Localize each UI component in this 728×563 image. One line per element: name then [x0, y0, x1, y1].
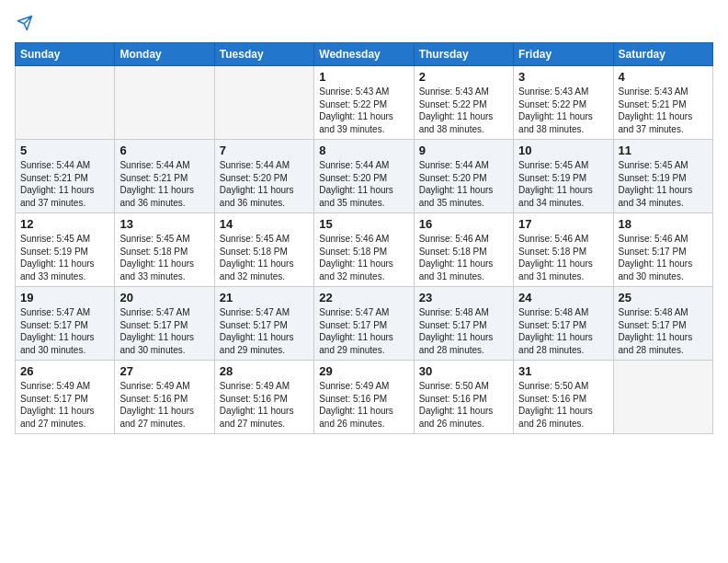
day-number: 27 — [119, 364, 209, 378]
day-number: 25 — [619, 291, 708, 304]
day-number: 19 — [20, 291, 109, 304]
day-info: Sunrise: 5:45 AMSunset: 5:18 PMDaylight:… — [220, 233, 309, 282]
day-number: 2 — [419, 70, 508, 84]
day-header-sunday: Sunday — [16, 43, 115, 66]
calendar-day-cell: 25Sunrise: 5:48 AMSunset: 5:17 PMDayligh… — [613, 287, 712, 361]
day-number: 11 — [619, 144, 708, 157]
calendar-day-cell: 29Sunrise: 5:49 AMSunset: 5:16 PMDayligh… — [314, 361, 414, 434]
day-info: Sunrise: 5:45 AMSunset: 5:18 PMDaylight:… — [119, 233, 209, 282]
logo-general — [15, 15, 33, 35]
day-info: Sunrise: 5:44 AMSunset: 5:21 PMDaylight:… — [119, 159, 209, 209]
day-header-wednesday: Wednesday — [314, 43, 414, 66]
day-info: Sunrise: 5:43 AMSunset: 5:21 PMDaylight:… — [619, 86, 708, 135]
day-number: 16 — [419, 217, 508, 231]
day-number: 12 — [20, 217, 109, 231]
day-number: 23 — [419, 291, 508, 304]
day-info: Sunrise: 5:46 AMSunset: 5:18 PMDaylight:… — [319, 233, 408, 282]
calendar-day-cell — [115, 66, 214, 140]
day-info: Sunrise: 5:46 AMSunset: 5:18 PMDaylight:… — [419, 233, 508, 282]
day-number: 14 — [220, 217, 309, 231]
day-number: 22 — [319, 291, 408, 304]
day-info: Sunrise: 5:45 AMSunset: 5:19 PMDaylight:… — [518, 159, 608, 209]
day-number: 29 — [319, 364, 408, 378]
calendar-day-cell: 6Sunrise: 5:44 AMSunset: 5:21 PMDaylight… — [115, 140, 214, 213]
day-info: Sunrise: 5:47 AMSunset: 5:17 PMDaylight:… — [319, 306, 408, 356]
day-info: Sunrise: 5:44 AMSunset: 5:20 PMDaylight:… — [220, 159, 309, 209]
logo-bird-icon — [17, 15, 33, 31]
day-number: 4 — [619, 70, 708, 84]
calendar-day-cell — [613, 361, 712, 434]
day-info: Sunrise: 5:44 AMSunset: 5:20 PMDaylight:… — [419, 159, 508, 209]
day-info: Sunrise: 5:49 AMSunset: 5:17 PMDaylight:… — [20, 380, 109, 430]
calendar-day-cell: 14Sunrise: 5:45 AMSunset: 5:18 PMDayligh… — [214, 213, 313, 287]
calendar-day-cell: 4Sunrise: 5:43 AMSunset: 5:21 PMDaylight… — [613, 66, 712, 140]
calendar-table: SundayMondayTuesdayWednesdayThursdayFrid… — [15, 42, 713, 434]
day-info: Sunrise: 5:50 AMSunset: 5:16 PMDaylight:… — [419, 380, 508, 430]
day-number: 28 — [220, 364, 309, 378]
logo — [15, 15, 33, 35]
calendar-day-cell: 24Sunrise: 5:48 AMSunset: 5:17 PMDayligh… — [514, 287, 613, 361]
day-info: Sunrise: 5:43 AMSunset: 5:22 PMDaylight:… — [518, 86, 608, 135]
day-number: 9 — [419, 144, 508, 157]
calendar-week-row: 12Sunrise: 5:45 AMSunset: 5:19 PMDayligh… — [16, 213, 713, 287]
day-number: 8 — [319, 144, 408, 157]
day-info: Sunrise: 5:45 AMSunset: 5:19 PMDaylight:… — [619, 159, 708, 209]
calendar-day-cell: 19Sunrise: 5:47 AMSunset: 5:17 PMDayligh… — [16, 287, 115, 361]
day-header-tuesday: Tuesday — [214, 43, 313, 66]
calendar-day-cell: 10Sunrise: 5:45 AMSunset: 5:19 PMDayligh… — [514, 140, 613, 213]
day-info: Sunrise: 5:48 AMSunset: 5:17 PMDaylight:… — [419, 306, 508, 356]
calendar-day-cell: 11Sunrise: 5:45 AMSunset: 5:19 PMDayligh… — [613, 140, 712, 213]
calendar-day-cell: 7Sunrise: 5:44 AMSunset: 5:20 PMDaylight… — [214, 140, 313, 213]
day-number: 3 — [518, 70, 608, 84]
day-info: Sunrise: 5:50 AMSunset: 5:16 PMDaylight:… — [518, 380, 608, 430]
day-header-friday: Friday — [514, 43, 613, 66]
day-info: Sunrise: 5:49 AMSunset: 5:16 PMDaylight:… — [119, 380, 209, 430]
day-info: Sunrise: 5:43 AMSunset: 5:22 PMDaylight:… — [319, 86, 408, 135]
day-info: Sunrise: 5:49 AMSunset: 5:16 PMDaylight:… — [319, 380, 408, 430]
calendar-day-cell: 17Sunrise: 5:46 AMSunset: 5:18 PMDayligh… — [514, 213, 613, 287]
day-number: 17 — [518, 217, 608, 231]
day-number: 10 — [518, 144, 608, 157]
day-number: 5 — [20, 144, 109, 157]
calendar-day-cell: 2Sunrise: 5:43 AMSunset: 5:22 PMDaylight… — [414, 66, 513, 140]
day-number: 6 — [119, 144, 209, 157]
calendar-day-cell: 31Sunrise: 5:50 AMSunset: 5:16 PMDayligh… — [514, 361, 613, 434]
calendar-day-cell: 16Sunrise: 5:46 AMSunset: 5:18 PMDayligh… — [414, 213, 513, 287]
day-number: 20 — [119, 291, 209, 304]
day-number: 1 — [319, 70, 408, 84]
day-info: Sunrise: 5:49 AMSunset: 5:16 PMDaylight:… — [220, 380, 309, 430]
calendar-header-row: SundayMondayTuesdayWednesdayThursdayFrid… — [16, 43, 713, 66]
day-info: Sunrise: 5:47 AMSunset: 5:17 PMDaylight:… — [20, 306, 109, 356]
day-number: 21 — [220, 291, 309, 304]
day-number: 30 — [419, 364, 508, 378]
day-info: Sunrise: 5:43 AMSunset: 5:22 PMDaylight:… — [419, 86, 508, 135]
day-header-thursday: Thursday — [414, 43, 513, 66]
calendar-day-cell: 12Sunrise: 5:45 AMSunset: 5:19 PMDayligh… — [16, 213, 115, 287]
calendar-day-cell: 23Sunrise: 5:48 AMSunset: 5:17 PMDayligh… — [414, 287, 513, 361]
day-number: 18 — [619, 217, 708, 231]
calendar-day-cell: 26Sunrise: 5:49 AMSunset: 5:17 PMDayligh… — [16, 361, 115, 434]
day-info: Sunrise: 5:48 AMSunset: 5:17 PMDaylight:… — [518, 306, 608, 356]
calendar-day-cell: 8Sunrise: 5:44 AMSunset: 5:20 PMDaylight… — [314, 140, 414, 213]
calendar-day-cell: 13Sunrise: 5:45 AMSunset: 5:18 PMDayligh… — [115, 213, 214, 287]
calendar-week-row: 5Sunrise: 5:44 AMSunset: 5:21 PMDaylight… — [16, 140, 713, 213]
calendar-day-cell: 20Sunrise: 5:47 AMSunset: 5:17 PMDayligh… — [115, 287, 214, 361]
calendar-day-cell: 27Sunrise: 5:49 AMSunset: 5:16 PMDayligh… — [115, 361, 214, 434]
calendar-day-cell: 28Sunrise: 5:49 AMSunset: 5:16 PMDayligh… — [214, 361, 313, 434]
day-number: 15 — [319, 217, 408, 231]
calendar-day-cell — [214, 66, 313, 140]
calendar-day-cell: 21Sunrise: 5:47 AMSunset: 5:17 PMDayligh… — [214, 287, 313, 361]
calendar-day-cell: 30Sunrise: 5:50 AMSunset: 5:16 PMDayligh… — [414, 361, 513, 434]
page-header — [15, 15, 713, 35]
calendar-day-cell: 1Sunrise: 5:43 AMSunset: 5:22 PMDaylight… — [314, 66, 414, 140]
day-info: Sunrise: 5:44 AMSunset: 5:21 PMDaylight:… — [20, 159, 109, 209]
day-number: 31 — [518, 364, 608, 378]
day-info: Sunrise: 5:47 AMSunset: 5:17 PMDaylight:… — [220, 306, 309, 356]
day-info: Sunrise: 5:45 AMSunset: 5:19 PMDaylight:… — [20, 233, 109, 282]
calendar-day-cell: 3Sunrise: 5:43 AMSunset: 5:22 PMDaylight… — [514, 66, 613, 140]
day-number: 26 — [20, 364, 109, 378]
day-info: Sunrise: 5:48 AMSunset: 5:17 PMDaylight:… — [619, 306, 708, 356]
day-info: Sunrise: 5:47 AMSunset: 5:17 PMDaylight:… — [119, 306, 209, 356]
calendar-day-cell: 22Sunrise: 5:47 AMSunset: 5:17 PMDayligh… — [314, 287, 414, 361]
day-number: 24 — [518, 291, 608, 304]
